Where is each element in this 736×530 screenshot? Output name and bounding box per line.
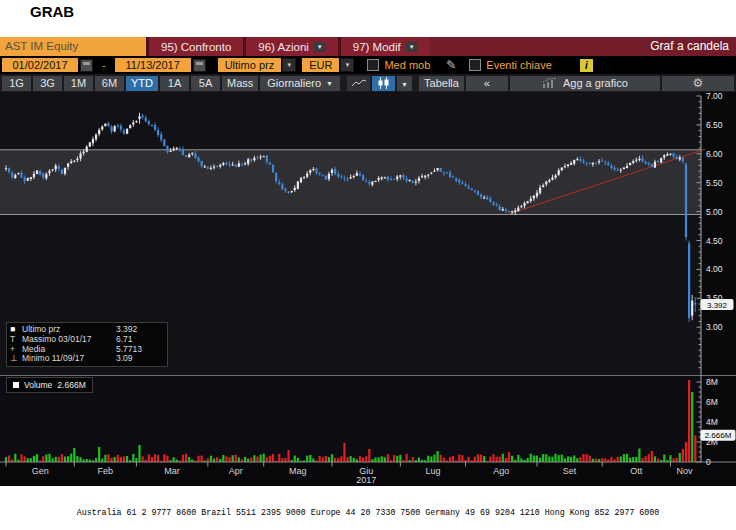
date-to-input[interactable]: 11/13/2017 [115,58,191,72]
svg-text:3.00: 3.00 [706,322,723,332]
svg-text:8M: 8M [706,377,718,387]
period-button-1a[interactable]: 1A [160,76,189,91]
legend-value: 3.09 [116,354,164,364]
svg-text:4M: 4M [706,417,718,427]
candlestick-chart[interactable]: 7.006.506.005.505.004.504.003.503.0002M4… [0,92,736,486]
volume-legend-label: Volume [24,380,52,390]
collapse-panel-button[interactable]: « [466,76,508,91]
svg-text:Feb: Feb [98,466,114,476]
gear-icon: ⚙ [693,76,704,91]
candlestick-icon [377,77,390,89]
chevron-down-icon: ▼ [314,42,326,52]
med-mob-checkbox[interactable] [367,59,379,71]
frequency-label: Giornaliero [267,76,321,91]
candle-chart-type-button[interactable] [372,76,395,91]
svg-text:6.00: 6.00 [706,149,723,159]
bloomberg-terminal: GRAB AST IM Equity 95) Confronto 96) Azi… [0,0,736,530]
footer-contacts-line: Australia 61 2 9777 8600 Brazil 5511 239… [0,508,736,518]
period-button-3g[interactable]: 3G [33,76,62,91]
svg-text:0: 0 [706,457,711,467]
screen-title: Graf a candela [650,37,736,56]
svg-text:Gen: Gen [32,466,49,476]
grab-title: GRAB [30,3,74,20]
filter-bar: 01/02/2017 - 11/13/2017 Ultimo prz ▼ EUR… [0,56,736,74]
menu-modif-label: 97) Modif [353,41,401,53]
date-range-separator: - [102,59,106,71]
menu-bar: AST IM Equity 95) Confronto 96) Azioni ▼… [0,37,736,56]
chart-area: 7.006.506.005.505.004.504.003.503.0002M4… [0,92,736,486]
svg-text:5.50: 5.50 [706,178,723,188]
period-button-1m[interactable]: 1M [64,76,93,91]
legend-row-min: ⊥ Minimo 11/09/17 3.09 [10,354,164,364]
price-source-select[interactable]: Ultimo prz [218,58,282,72]
svg-text:Ago: Ago [493,466,509,476]
add-to-chart-icon [542,78,557,88]
calendar-icon[interactable] [193,59,206,72]
volume-legend[interactable]: Volume 2.666M [6,377,93,393]
info-icon[interactable]: i [580,59,593,72]
svg-text:7.00: 7.00 [706,92,723,101]
chevron-down-icon[interactable]: ▼ [340,58,354,72]
menu-modif-button[interactable]: 97) Modif ▼ [338,37,430,56]
tabella-button[interactable]: Tabella [419,76,464,91]
frequency-select[interactable]: Giornaliero ▼ [260,76,340,91]
svg-text:Ott: Ott [630,466,643,476]
svg-text:Nov: Nov [676,466,693,476]
chevron-down-icon: ▼ [326,80,333,87]
svg-text:6M: 6M [706,397,718,407]
svg-text:4.00: 4.00 [706,264,723,274]
settings-button[interactable]: ⚙ [662,76,734,91]
menu-confronto-button[interactable]: 95) Confronto [146,37,243,56]
pencil-icon[interactable]: ✎ [446,58,456,72]
svg-text:Mar: Mar [164,466,180,476]
line-chart-icon [351,78,367,88]
svg-text:Lug: Lug [425,466,440,476]
period-button-mass[interactable]: Mass [222,76,258,91]
agg-a-grafico-label: Agg a grafico [563,76,628,91]
footer: Australia 61 2 9777 8600 Brazil 5511 239… [0,486,736,530]
menu-azioni-label: 96) Azioni [258,41,309,53]
svg-text:2017: 2017 [356,475,376,485]
svg-text:Apr: Apr [229,466,243,476]
svg-text:4.50: 4.50 [706,236,723,246]
svg-text:3.392: 3.392 [707,301,728,310]
menu-azioni-button[interactable]: 96) Azioni ▼ [243,37,337,56]
menu-confronto-label: 95) Confronto [161,41,231,53]
line-chart-type-button[interactable] [347,76,370,91]
legend-swatch-icon [13,382,19,388]
period-button-5a[interactable]: 5A [191,76,220,91]
calendar-icon[interactable] [80,59,93,72]
svg-text:Set: Set [563,466,577,476]
period-button-1g[interactable]: 1G [2,76,31,91]
chevron-down-icon[interactable]: ▼ [282,58,296,72]
date-from-input[interactable]: 01/02/2017 [2,58,78,72]
med-mob-label: Med mob [384,59,430,71]
agg-a-grafico-button[interactable]: Agg a grafico [510,76,660,91]
ticker-input[interactable]: AST IM Equity [0,37,146,56]
eventi-chiave-checkbox[interactable] [469,59,481,71]
svg-text:Mag: Mag [289,466,307,476]
chart-toolbar: 1G 3G 1M 6M YTD 1A 5A Mass Giornaliero ▼… [0,74,736,92]
grab-bar: GRAB [0,0,736,37]
chart-type-dropdown-button[interactable]: ▼ [397,76,412,91]
chevron-down-icon: ▼ [406,42,418,52]
min-marker-icon: ⊥ [10,354,22,364]
svg-text:2.666M: 2.666M [705,431,732,440]
volume-legend-value: 2.666M [57,380,85,390]
currency-select[interactable]: EUR [302,58,339,72]
svg-text:6.50: 6.50 [706,120,723,130]
chevron-down-icon: ▼ [401,81,408,88]
svg-text:5.00: 5.00 [706,207,723,217]
chart-legend[interactable]: ■ Ultimo prz 3.392 T Massimo 03/01/17 6.… [6,322,168,367]
period-button-6m[interactable]: 6M [95,76,124,91]
eventi-chiave-label: Eventi chiave [486,59,551,71]
period-button-ytd[interactable]: YTD [126,76,158,91]
